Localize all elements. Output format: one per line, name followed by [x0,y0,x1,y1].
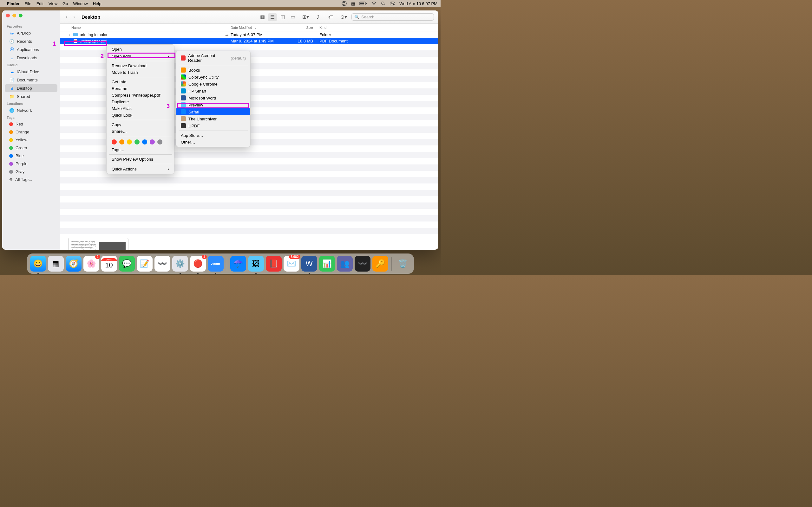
ctx-open[interactable]: Open [107,46,174,53]
grammarly-icon[interactable] [342,1,347,6]
menu-help[interactable]: Help [93,1,101,6]
back-button[interactable]: ‹ [64,14,69,20]
submenu-updf[interactable]: UPDF [176,122,250,129]
submenu-colorsync[interactable]: ColorSync Utility [176,73,250,80]
menu-view[interactable]: View [49,1,57,6]
ctx-preview-opts[interactable]: Show Preview Options [107,156,174,163]
disclosure-icon[interactable]: ▸ [69,33,71,37]
tag-color-yellow[interactable] [127,139,132,145]
app-name[interactable]: Finder [7,1,20,6]
tag-all[interactable]: ⊕All Tags… [5,176,57,183]
dock-word[interactable]: W [301,256,317,272]
search-field[interactable]: 🔍 Search [351,13,434,20]
sidebar-item-downloads[interactable]: ⤓Downloads [5,54,57,61]
ctx-open-with[interactable]: Open With [107,53,174,60]
tag-purple[interactable]: Purple [5,160,57,167]
table-row-selected[interactable]: whitepaper.pdf Mar 9, 2024 at 1:49 PM 18… [60,38,438,44]
menu-file[interactable]: File [25,1,32,6]
dock-safari[interactable]: 🧭 [66,256,82,272]
sidebar-item-airdrop[interactable]: ◎AirDrop [5,29,57,37]
dock-app2[interactable]: 〰️ [355,256,370,272]
action-button[interactable]: ⊙▾ [339,13,348,21]
dock-settings[interactable]: ⚙️ [172,256,188,272]
col-kind[interactable]: Kind [313,26,433,30]
submenu-safari[interactable]: Safari [176,108,250,115]
minimize-button[interactable] [12,14,16,17]
tag-color-gray[interactable] [157,139,162,145]
dock-launchpad[interactable]: ▦ [48,256,64,272]
table-row[interactable]: ▸printing in color☁ Today at 6:07 PM -- … [60,32,438,38]
col-size[interactable]: Size [291,26,313,30]
dock-zoom[interactable]: zoom [208,256,223,272]
ctx-duplicate[interactable]: Duplicate [107,99,174,105]
dock-trash[interactable]: 🗑️ [395,256,411,272]
tag-color-blue[interactable] [142,139,147,145]
spotlight-icon[interactable] [381,1,386,6]
ctx-move-trash[interactable]: Move to Trash [107,69,174,76]
submenu-other[interactable]: Other… [176,139,250,146]
view-icons-button[interactable]: ▦ [258,13,267,21]
submenu-chrome[interactable]: Google Chrome [176,80,250,88]
submenu-books[interactable]: Books [176,66,250,73]
dock-numbers[interactable]: 📊 [319,256,335,272]
submenu-acrobat[interactable]: Adobe Acrobat Reader(default) [176,52,250,64]
view-columns-button[interactable]: ◫ [278,13,287,21]
sidebar-item-network[interactable]: 🌐Network [5,107,57,114]
tag-color-red[interactable] [112,139,117,145]
dock-finder[interactable]: 😀 [30,256,46,272]
dock-acrobat[interactable]: 📕 [266,256,282,272]
preview-thumbnail[interactable]: Combined with practical cases, the build… [68,238,129,250]
tag-red[interactable]: Red [5,120,57,128]
fullscreen-button[interactable] [19,14,22,17]
ctx-get-info[interactable]: Get Info [107,78,174,85]
ctx-rename[interactable]: Rename [107,85,174,92]
tag-color-purple[interactable] [150,139,155,145]
menu-edit[interactable]: Edit [37,1,44,6]
dock-messages[interactable]: 💬 [119,256,135,272]
tag-color-green[interactable] [135,139,140,145]
view-list-button[interactable]: ☰ [268,13,277,21]
dock-keychain[interactable]: 🔑 [372,256,388,272]
sidebar-item-applications[interactable]: ⒶApplications [5,46,57,53]
sidebar-item-shared[interactable]: 📁Shared [5,93,57,100]
dock-freeform[interactable]: 〰️ [154,256,170,272]
sidebar-item-icloud-drive[interactable]: ☁iCloud Drive [5,68,57,75]
submenu-word[interactable]: Microsoft Word [176,95,250,101]
ctx-quick-look[interactable]: Quick Look [107,112,174,118]
group-button[interactable]: ⊞▾ [301,13,310,21]
submenu-unarchiver[interactable]: The Unarchiver [176,115,250,122]
wifi-icon[interactable] [371,2,376,5]
tag-blue[interactable]: Blue [5,152,57,159]
ctx-make-alias[interactable]: Make Alias [107,105,174,112]
tag-green[interactable]: Green [5,144,57,152]
dock-photos[interactable]: 🌸2 [84,256,99,272]
datetime[interactable]: Wed Apr 10 6:07 PM [399,1,438,6]
view-gallery-button[interactable]: ▭ [288,13,298,21]
tag-orange[interactable]: Orange [5,128,57,135]
share-button[interactable]: ⤴ [313,13,323,21]
tag-gray[interactable]: Gray [5,168,57,175]
dock-calendar[interactable]: APR10 [101,256,117,272]
tags-button[interactable]: 🏷 [326,13,336,21]
dock-app[interactable]: ☂️ [230,256,246,272]
dock-teams[interactable]: 👥 [337,256,353,272]
ctx-share[interactable]: Share… [107,128,174,135]
sidebar-item-desktop[interactable]: 🖥Desktop [5,84,57,92]
dock-notes[interactable]: 📝 [137,256,153,272]
ctx-quick-actions[interactable]: Quick Actions [107,165,174,172]
submenu-appstore[interactable]: App Store… [176,132,250,139]
submenu-hp[interactable]: HP Smart [176,88,250,95]
tag-yellow[interactable]: Yellow [5,136,57,144]
ctx-copy[interactable]: Copy [107,121,174,128]
dock-chrome[interactable]: 🔴1 [190,256,206,272]
col-date[interactable]: Date Modified⌄ [231,25,291,30]
tray-icon[interactable]: ▦ [351,1,355,6]
ctx-tags[interactable]: Tags… [107,147,174,153]
tag-color-orange[interactable] [119,139,124,145]
close-button[interactable] [6,14,10,17]
sidebar-item-recents[interactable]: 🕘Recents [5,38,57,45]
dock-preview[interactable]: 🖼 [248,256,264,272]
sidebar-item-documents[interactable]: 📄Documents [5,76,57,83]
dock-mail[interactable]: ✉️6,982 [284,256,299,272]
control-center-icon[interactable] [390,2,395,5]
